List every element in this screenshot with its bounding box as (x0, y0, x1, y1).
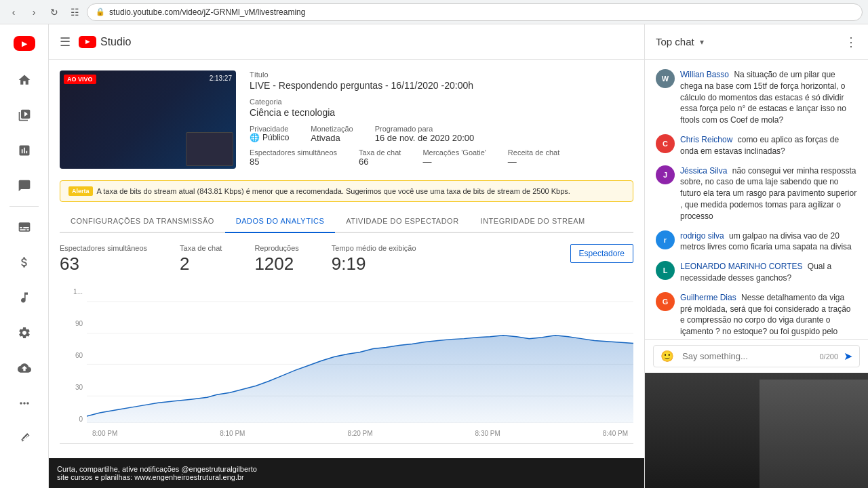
msg-author-2: Chris Reichow (680, 135, 732, 144)
chat-dropdown-button[interactable]: ▾ (700, 37, 704, 47)
sidebar-item-content[interactable] (0, 98, 48, 133)
tab-activity[interactable]: ATIVIDADE DO ESPECTADOR (335, 210, 469, 233)
x-label-4: 8:30 PM (475, 430, 500, 437)
live-badge: AO VIVO (64, 75, 96, 84)
sidebar-item-subtitles[interactable] (0, 209, 48, 245)
chat-message-5: L LEONARDO MARINHO CORTES Qual a necessi… (645, 257, 868, 288)
sidebar-item-home[interactable] (0, 62, 48, 98)
y-label-30: 30 (75, 384, 83, 391)
stat-concurrent-value: 63 (60, 253, 147, 274)
stat-chat-rate: Taxa de chat 2 (180, 244, 222, 274)
msg-author-1: Willian Basso (680, 70, 729, 79)
back-button[interactable]: ‹ (5, 4, 22, 20)
tab-analytics[interactable]: DADOS DO ANALYTICS (225, 210, 335, 233)
youtube-logo: ▶ (14, 36, 35, 51)
alert-bar: Alerta A taxa de bits do stream atual (8… (60, 180, 633, 202)
menu-button[interactable]: ☰ (60, 35, 71, 49)
avatar-6: G (656, 292, 675, 311)
avatar-2: C (656, 134, 675, 153)
url-text: studio.youtube.com/video/jZ-GRNMl_vM/liv… (109, 7, 305, 17)
video-title: LIVE - Respondendo perguntas - 16/11/202… (250, 80, 633, 91)
address-bar[interactable]: 🔒 studio.youtube.com/video/jZ-GRNMl_vM/l… (87, 3, 863, 21)
privacy-label: Privacidade (250, 125, 289, 133)
stat-chat-value: 2 (180, 253, 222, 274)
goodies-value: — (422, 157, 486, 167)
forward-button[interactable]: › (26, 4, 42, 20)
chat-messages: W Willian Basso Na situação de um pilar … (645, 60, 868, 339)
chat-video-inner (645, 373, 868, 488)
sidebar: ▶ (0, 24, 49, 488)
alert-badge: Alerta (68, 186, 93, 196)
chat-rate-value: 66 (359, 157, 401, 167)
sidebar-item-comments[interactable] (0, 168, 48, 203)
stat-repro-value: 1202 (254, 253, 298, 274)
avatar-5: L (656, 261, 675, 280)
pip-overlay (186, 132, 233, 166)
msg-content-4: rodrigo silva um galpao na divisa vao de… (680, 230, 857, 253)
content-area: ☰ ▶ Studio AO VIVO 2:13:27 Título LIVE -… (49, 24, 644, 488)
msg-author-4: rodrigo silva (680, 231, 724, 241)
sidebar-logo[interactable]: ▶ (11, 30, 38, 57)
video-thumbnail: AO VIVO 2:13:27 (60, 70, 236, 169)
msg-content-2: Chris Reichow como eu aplico as forças d… (680, 134, 857, 157)
sidebar-item-send[interactable] (0, 421, 48, 456)
scheduled-value: 16 de nov. de 2020 20:00 (375, 133, 475, 143)
info-row-2: Espectadores simultâneos 85 Taxa de chat… (250, 148, 633, 167)
espectadores-button[interactable]: Espectadore (570, 244, 633, 263)
monetization-label: Monetização (311, 125, 353, 133)
tab-config[interactable]: CONFIGURAÇÕES DA TRANSMISSÃO (60, 210, 225, 233)
tabs: CONFIGURAÇÕES DA TRANSMISSÃO DADOS DO AN… (60, 210, 633, 233)
goodies-label: Mercações 'Goatie' (422, 148, 486, 157)
sidebar-item-more[interactable] (0, 386, 48, 421)
sidebar-item-settings[interactable] (0, 315, 48, 350)
sidebar-divider (9, 206, 39, 207)
y-label-60: 60 (75, 352, 83, 359)
chat-input[interactable] (682, 351, 814, 361)
chat-message-4: r rodrigo silva um galpao na divisa vao … (645, 226, 868, 258)
scheduled-label: Programado para (375, 125, 475, 133)
chat-title: Top chat (656, 36, 694, 47)
msg-author-3: Jéssica Silva (680, 166, 727, 176)
sidebar-item-upload[interactable] (0, 350, 48, 386)
stat-avg-time: Tempo médio de exibição 9:19 (332, 244, 416, 274)
bottom-text: Curta, compartilhe, ative notificações @… (57, 465, 257, 481)
chat-send-button[interactable]: ➤ (844, 350, 852, 363)
chat-input-area: 🙂 0/200 ➤ (645, 339, 868, 373)
sidebar-item-analytics[interactable] (0, 133, 48, 168)
stat-concurrent: Espectadores simultâneos 63 (60, 244, 147, 274)
y-label-top: 1... (73, 288, 83, 296)
chart-x-labels: 8:00 PM 8:10 PM 8:20 PM 8:30 PM 8:40 PM (87, 423, 633, 443)
browser-chrome: ‹ › ↻ ☷ 🔒 studio.youtube.com/video/jZ-GR… (0, 0, 868, 24)
sidebar-item-monetize[interactable] (0, 245, 48, 280)
top-bar: ☰ ▶ Studio (49, 24, 644, 60)
chat-input-row: 🙂 0/200 ➤ (653, 345, 860, 367)
chat-video-preview (645, 373, 868, 488)
duration-badge: 2:13:27 (210, 75, 232, 82)
monetization-value: Ativada (311, 133, 353, 143)
video-section: AO VIVO 2:13:27 Título LIVE - Respondend… (60, 70, 633, 172)
category-label: Categoria (250, 98, 633, 106)
chart-container: 1... 90 60 30 0 (60, 288, 633, 444)
x-label-1: 8:00 PM (92, 430, 117, 437)
stat-time-value: 9:19 (332, 253, 416, 274)
chat-revenue-label: Receita de chat (508, 148, 559, 157)
chat-panel: Top chat ▾ ⋮ W Willian Basso Na situação… (644, 24, 868, 488)
chat-more-button[interactable]: ⋮ (845, 35, 857, 49)
chat-message-2: C Chris Reichow como eu aplico as forças… (645, 130, 868, 161)
alert-text: A taxa de bits do stream atual (843.81 K… (97, 187, 570, 195)
chat-message-1: W Willian Basso Na situação de um pilar … (645, 65, 868, 130)
x-label-5: 8:40 PM (603, 430, 628, 437)
stat-time-label: Tempo médio de exibição (332, 244, 416, 252)
tab-integrity[interactable]: INTEGRIDADE DO STREAM (470, 210, 596, 233)
stats-row: Espectadores simultâneos 63 Taxa de chat… (60, 244, 633, 274)
chart-y-labels: 1... 90 60 30 0 (60, 288, 87, 423)
refresh-button[interactable]: ↻ (46, 4, 62, 20)
extensions-button[interactable]: ☷ (66, 4, 83, 20)
chat-rate-label: Taxa de chat (359, 148, 401, 157)
goodies-item: Mercações 'Goatie' — (422, 148, 486, 167)
y-label-90: 90 (75, 320, 83, 327)
emoji-button[interactable]: 🙂 (660, 350, 674, 363)
scheduled-item: Programado para 16 de nov. de 2020 20:00 (375, 125, 475, 143)
sidebar-item-audio[interactable] (0, 280, 48, 315)
msg-content-3: Jéssica Silva não consegui ver minha res… (680, 165, 857, 222)
